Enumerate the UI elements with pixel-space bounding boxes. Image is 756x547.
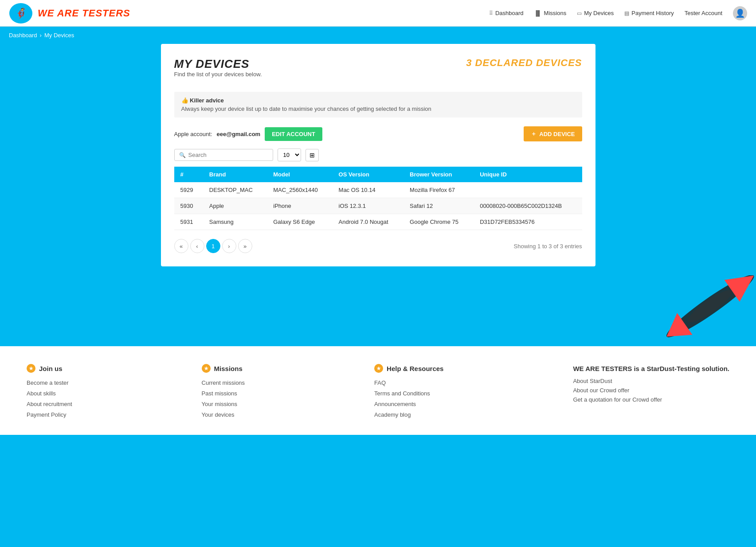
cell-4: Safari 12 (403, 198, 474, 214)
faq-link[interactable]: FAQ (374, 379, 386, 386)
plus-icon: ＋ (531, 130, 537, 138)
advice-title: 👍 Killer advice (181, 97, 575, 104)
your-missions-link[interactable]: Your missions (202, 401, 237, 407)
cell-4: Mozilla Firefox 67 (403, 182, 474, 198)
quotation-link[interactable]: Get a quotation for our Crowd offer (573, 396, 729, 403)
footer-help-links: FAQ Terms and Conditions Announcements A… (374, 379, 443, 418)
list-item: Payment Policy (27, 411, 72, 418)
missions-footer-icon: ★ (202, 364, 211, 373)
advice-box: 👍 Killer advice Always keep your device … (174, 92, 582, 117)
declared-count: 3 DECLARED DEVICES (466, 57, 582, 69)
footer-brand-heading: WE ARE TESTERS is a StarDust-Testing sol… (573, 364, 729, 373)
col-brand: Brand (203, 167, 267, 182)
academy-blog-link[interactable]: Academy blog (374, 411, 411, 418)
apple-account-label: Apple account: (174, 131, 212, 137)
list-item: Your devices (202, 411, 245, 418)
nav-tester-account[interactable]: Tester Account (685, 10, 722, 16)
header: 🦸 WE ARE TESTERS ⠿ Dashboard ▐▌ Missions… (0, 0, 756, 27)
deco-area (0, 275, 756, 346)
payment-policy-link[interactable]: Payment Policy (27, 411, 67, 418)
col-model: Model (267, 167, 332, 182)
main-nav: ⠿ Dashboard ▐▌ Missions ▭ My Devices ▤ P… (489, 6, 747, 20)
list-item: FAQ (374, 379, 443, 386)
missions-icon: ▐▌ (534, 10, 542, 16)
nav-my-devices[interactable]: ▭ My Devices (577, 10, 614, 16)
card-header: MY DEVICES Find the list of your devices… (174, 57, 582, 85)
announcements-link[interactable]: Announcements (374, 401, 416, 407)
cell-1: DESKTOP_MAC (203, 182, 267, 198)
cell-2: iPhone (267, 198, 332, 214)
list-item: Your missions (202, 400, 245, 407)
search-wrapper: 🔍 (174, 149, 273, 161)
col-id: # (174, 167, 203, 182)
breadcrumb-home[interactable]: Dashboard (9, 32, 37, 39)
page-prev-button[interactable]: ‹ (190, 239, 204, 253)
help-icon: ★ (374, 364, 383, 373)
about-stardust-link[interactable]: About StarDust (573, 378, 729, 384)
list-item: Past missions (202, 390, 245, 397)
terms-link[interactable]: Terms and Conditions (374, 390, 430, 397)
footer-missions-heading: ★ Missions (202, 364, 245, 373)
breadcrumb: Dashboard › My Devices (0, 27, 756, 44)
pagination-buttons: « ‹ 1 › » (174, 239, 252, 253)
list-item: Become a tester (27, 379, 72, 386)
page-last-button[interactable]: » (238, 239, 252, 253)
cell-5 (474, 182, 582, 198)
cell-3: iOS 12.3.1 (333, 198, 404, 214)
list-item: Announcements (374, 400, 443, 407)
cell-1: Samsung (203, 214, 267, 230)
join-us-icon: ★ (27, 364, 35, 373)
cell-2: MAC_2560x1440 (267, 182, 332, 198)
list-item: About skills (27, 390, 72, 397)
edit-account-button[interactable]: EDIT ACCOUNT (265, 127, 322, 141)
footer-join-us-heading: ★ Join us (27, 364, 72, 373)
main-area: MY DEVICES Find the list of your devices… (0, 44, 756, 275)
cell-2: Galaxy S6 Edge (267, 214, 332, 230)
logo-area: 🦸 WE ARE TESTERS (9, 2, 130, 24)
col-unique-id: Unique ID (474, 167, 582, 182)
page-title: MY DEVICES (174, 57, 262, 71)
cell-3: Android 7.0 Nougat (333, 214, 404, 230)
nav-payment-history[interactable]: ▤ Payment History (624, 10, 674, 16)
subtitle: Find the list of your devices below. (174, 71, 262, 78)
col-os-version: OS Version (333, 167, 404, 182)
devices-table: # Brand Model OS Version Brower Version … (174, 167, 582, 230)
filter-row: 🔍 10 25 50 ⊞ (174, 148, 582, 161)
cell-3: Mac OS 10.14 (333, 182, 404, 198)
page-next-button[interactable]: › (222, 239, 236, 253)
your-devices-link[interactable]: Your devices (202, 411, 235, 418)
page-first-button[interactable]: « (174, 239, 188, 253)
per-page-select[interactable]: 10 25 50 (278, 148, 301, 161)
account-row: Apple account: eee@gmail.com EDIT ACCOUN… (174, 126, 582, 141)
cell-5: D31D72FEB5334576 (474, 214, 582, 230)
entries-info: Showing 1 to 3 of 3 entries (514, 243, 582, 250)
table-row: 5929DESKTOP_MACMAC_2560x1440Mac OS 10.14… (174, 182, 582, 198)
search-icon: 🔍 (179, 152, 186, 158)
svg-point-5 (685, 286, 736, 327)
advice-text: Always keep your device list up to date … (181, 105, 575, 112)
footer-brand: WE ARE TESTERS is a StarDust-Testing sol… (573, 364, 729, 422)
become-tester-link[interactable]: Become a tester (27, 379, 69, 386)
about-skills-link[interactable]: About skills (27, 390, 56, 397)
search-input[interactable] (188, 152, 268, 158)
page-1-button[interactable]: 1 (206, 239, 220, 253)
cell-5: 00008020-000B65C002D1324B (474, 198, 582, 214)
grid-view-button[interactable]: ⊞ (306, 149, 319, 161)
current-missions-link[interactable]: Current missions (202, 379, 245, 386)
about-crowd-link[interactable]: About our Crowd offer (573, 387, 729, 394)
about-recruitment-link[interactable]: About recruitment (27, 401, 72, 407)
cell-0: 5930 (174, 198, 203, 214)
footer-join-us: ★ Join us Become a tester About skills A… (27, 364, 72, 422)
cell-0: 5929 (174, 182, 203, 198)
list-item: Academy blog (374, 411, 443, 418)
table-row: 5931SamsungGalaxy S6 EdgeAndroid 7.0 Nou… (174, 214, 582, 230)
avatar[interactable]: 👤 (733, 6, 747, 20)
past-missions-link[interactable]: Past missions (202, 390, 237, 397)
logo-icon: 🦸 (9, 2, 33, 24)
devices-icon: ▭ (577, 10, 582, 16)
breadcrumb-current: My Devices (44, 32, 74, 39)
footer-missions: ★ Missions Current missions Past mission… (202, 364, 245, 422)
nav-dashboard[interactable]: ⠿ Dashboard (489, 10, 524, 16)
add-device-button[interactable]: ＋ ADD DEVICE (524, 126, 582, 141)
nav-missions[interactable]: ▐▌ Missions (534, 10, 567, 16)
